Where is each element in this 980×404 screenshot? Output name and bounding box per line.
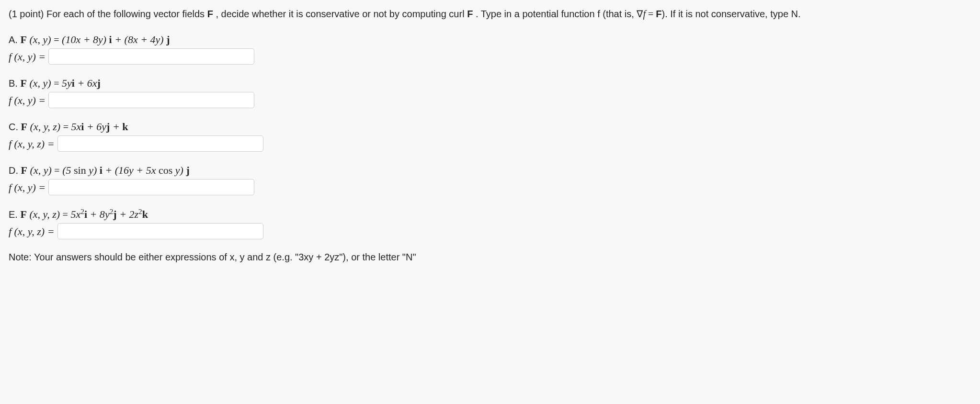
part-d-equation: D. F (x, y) = (5 sin y) i + (16y + 5x co… (9, 162, 971, 178)
part-letter: E. (9, 209, 20, 220)
intro-segment: ). If it is not conservative, type N. (661, 9, 800, 19)
intro-F: F (207, 9, 213, 19)
part-c-equation: C. F (x, y, z) = 5xi + 6yj + k (9, 119, 971, 135)
note-text: Note: Your answers should be either expr… (9, 250, 971, 264)
intro-F3: F (656, 9, 661, 19)
part-a-answer-input[interactable] (48, 48, 254, 65)
part-d: D. F (x, y) = (5 sin y) i + (16y + 5x co… (9, 162, 971, 195)
part-b-equation: B. F (x, y) = 5yi + 6xj (9, 75, 971, 91)
intro-eq: = (646, 9, 656, 19)
answer-label: f (x, y) = (9, 92, 46, 108)
answer-label: f (x, y) = (9, 49, 46, 65)
part-a-answer-row: f (x, y) = (9, 48, 971, 65)
intro-segment: . Type in a potential function f (that i… (473, 9, 637, 19)
part-b: B. F (x, y) = 5yi + 6xj f (x, y) = (9, 75, 971, 108)
answer-label: f (x, y, z) = (9, 224, 55, 239)
part-a-equation: A. F (x, y) = (10x + 8y) i + (8x + 4y) j (9, 32, 971, 47)
part-e: E. F (x, y, z) = 5x2i + 8y2j + 2z2k f (x… (9, 206, 971, 239)
part-e-equation: E. F (x, y, z) = 5x2i + 8y2j + 2z2k (9, 206, 971, 222)
part-letter: B. (9, 78, 20, 89)
part-b-answer-row: f (x, y) = (9, 92, 971, 108)
intro-segment: , decide whether it is conservative or n… (213, 9, 467, 19)
part-letter: C. (9, 122, 21, 132)
part-letter: A. (9, 34, 20, 45)
part-d-answer-row: f (x, y) = (9, 179, 971, 195)
intro-F2: F (467, 9, 473, 19)
part-letter: D. (9, 165, 21, 176)
answer-label: f (x, y) = (9, 180, 46, 195)
intro-text: (1 point) For each of the following vect… (9, 7, 971, 21)
answer-label: f (x, y, z) = (9, 136, 55, 152)
part-c: C. F (x, y, z) = 5xi + 6yj + k f (x, y, … (9, 119, 971, 152)
part-d-answer-input[interactable] (48, 179, 254, 195)
part-c-answer-input[interactable] (57, 135, 263, 152)
part-b-answer-input[interactable] (48, 92, 254, 108)
part-e-answer-input[interactable] (57, 223, 263, 239)
nabla-symbol: ∇ (637, 9, 643, 19)
part-c-answer-row: f (x, y, z) = (9, 135, 971, 152)
intro-segment: (1 point) For each of the following vect… (9, 9, 207, 19)
part-e-answer-row: f (x, y, z) = (9, 223, 971, 239)
part-a: A. F (x, y) = (10x + 8y) i + (8x + 4y) j… (9, 32, 971, 65)
